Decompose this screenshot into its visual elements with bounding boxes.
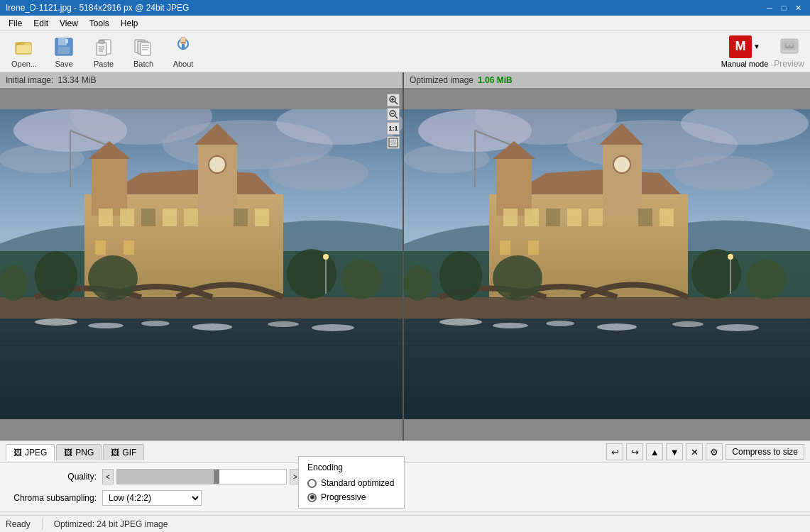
standard-optimized-label: Standard optimized	[321, 478, 394, 488]
menu-view[interactable]: View	[54, 17, 84, 30]
gif-label: GIF	[122, 448, 136, 458]
right-panel: Optimized image 1.06 MiB	[404, 72, 810, 440]
svg-point-107	[493, 255, 542, 301]
open-icon	[13, 35, 35, 58]
svg-rect-49	[184, 209, 198, 226]
png-label: PNG	[75, 448, 94, 458]
svg-rect-91	[567, 209, 581, 226]
left-panel: Initial image: 13.34 MiB 1:1	[0, 72, 404, 440]
title-bar-controls: ─ □ ✕	[763, 1, 804, 14]
batch-button[interactable]: Batch	[125, 34, 162, 70]
svg-rect-32	[390, 140, 396, 145]
png-tab[interactable]: 🖼 PNG	[56, 444, 102, 460]
gif-tab[interactable]: 🖼 GIF	[103, 444, 144, 460]
initial-image-label: Initial image:	[6, 75, 53, 85]
menu-file[interactable]: File	[3, 17, 28, 30]
svg-rect-115	[528, 240, 539, 255]
standard-optimized-radio[interactable]: Standard optimized	[307, 478, 395, 488]
title-bar-title: Irene_D-1121.jpg - 5184x2916 px @ 24bit …	[6, 3, 189, 13]
svg-point-39	[269, 155, 368, 191]
optimized-image-label: Optimized image	[410, 75, 474, 85]
svg-rect-117	[404, 419, 810, 440]
close-button[interactable]: ✕	[792, 1, 804, 14]
paste-label: Paste	[94, 60, 114, 68]
delete-button[interactable]: ✕	[686, 443, 703, 460]
quality-slider-fill	[117, 470, 217, 484]
svg-rect-48	[163, 209, 177, 226]
svg-point-81	[404, 145, 489, 173]
preview-label: Preview	[774, 59, 804, 69]
quality-decrease-button[interactable]: <	[102, 469, 114, 484]
preview-button[interactable]: Preview	[774, 35, 804, 69]
svg-point-113	[728, 254, 733, 260]
svg-rect-51	[255, 209, 269, 226]
svg-rect-52	[0, 297, 403, 318]
move-up-button[interactable]: ▲	[646, 443, 663, 460]
paste-button[interactable]: Paste	[85, 34, 122, 70]
svg-rect-42	[92, 159, 127, 216]
quality-slider-track[interactable]	[116, 469, 287, 484]
open-button[interactable]: Open...	[6, 34, 43, 70]
quality-slider-thumb[interactable]	[214, 470, 219, 484]
open-label: Open...	[11, 60, 37, 68]
panels-area: Initial image: 13.34 MiB 1:1	[0, 72, 810, 440]
svg-rect-1	[17, 45, 31, 53]
menu-tools[interactable]: Tools	[84, 17, 115, 30]
right-tools: ↩ ↪ ▲ ▼ ✕ ⚙ Compress to size	[606, 443, 804, 460]
move-down-button[interactable]: ▼	[666, 443, 683, 460]
manual-mode-area: M ▼ Manual mode Preview	[721, 35, 804, 69]
quality-row: Quality: < > 59 % Encoding Standard opti…	[11, 469, 799, 484]
undo-button[interactable]: ↩	[606, 443, 623, 460]
svg-rect-4	[58, 47, 70, 54]
progressive-radio[interactable]: Progressive	[307, 492, 395, 502]
paste-icon	[92, 35, 115, 58]
right-image-container	[404, 88, 810, 440]
jpeg-tab[interactable]: 🖼 JPEG	[6, 444, 55, 461]
quality-label: Quality:	[11, 472, 97, 482]
chroma-row: Chroma subsampling: Low (4:2:2)	[11, 490, 799, 506]
menu-help[interactable]: Help	[115, 17, 144, 30]
manual-mode-icon: M	[729, 35, 752, 58]
optimized-image-size: 1.06 MiB	[478, 75, 513, 85]
png-icon: 🖼	[64, 448, 72, 458]
svg-rect-93	[638, 209, 652, 226]
bottom-toolbar: 🖼 JPEG 🖼 PNG 🖼 GIF ↩ ↪ ▲ ▼ ✕ ⚙ Compress …	[0, 440, 810, 463]
svg-rect-5	[65, 39, 68, 43]
left-panel-label-bar: Initial image: 13.34 MiB	[0, 72, 403, 88]
standard-radio-button[interactable]	[307, 479, 317, 488]
svg-rect-74	[0, 88, 403, 109]
save-button[interactable]: Save	[45, 34, 82, 70]
svg-rect-86	[603, 145, 642, 216]
encoding-title: Encoding	[307, 462, 395, 472]
svg-rect-92	[589, 209, 603, 226]
svg-rect-116	[404, 88, 810, 109]
zoom-fit-button[interactable]	[387, 136, 400, 149]
zoom-out-button[interactable]	[387, 108, 400, 121]
svg-point-109	[746, 260, 786, 299]
svg-point-106	[439, 251, 482, 301]
svg-point-103	[672, 321, 704, 327]
progressive-radio-button[interactable]	[307, 493, 317, 502]
svg-rect-50	[234, 209, 248, 226]
zoom-in-button[interactable]	[387, 94, 400, 106]
gif-icon: 🖼	[111, 448, 119, 458]
batch-label: Batch	[133, 60, 153, 68]
redo-button[interactable]: ↪	[626, 443, 643, 460]
svg-rect-20	[182, 44, 185, 50]
toolbar: Open... Save Paste	[0, 31, 810, 72]
menu-edit[interactable]: Edit	[28, 17, 54, 30]
minimize-button[interactable]: ─	[763, 1, 776, 14]
about-button[interactable]: About	[165, 34, 202, 70]
svg-rect-46	[120, 209, 134, 226]
jpeg-label: JPEG	[25, 448, 47, 458]
zoom-controls: 1:1	[387, 94, 400, 149]
compress-to-size-button[interactable]: Compress to size	[726, 444, 804, 460]
manual-mode-button[interactable]: M ▼ Manual mode	[721, 35, 769, 68]
svg-point-102	[597, 323, 637, 331]
zoom-1-1-button[interactable]: 1:1	[387, 122, 400, 135]
maximize-button[interactable]: □	[777, 1, 790, 14]
chroma-select[interactable]: Low (4:2:2)	[102, 490, 202, 506]
svg-line-25	[395, 101, 398, 104]
settings-button[interactable]: ⚙	[706, 443, 723, 460]
svg-point-82	[674, 155, 773, 191]
